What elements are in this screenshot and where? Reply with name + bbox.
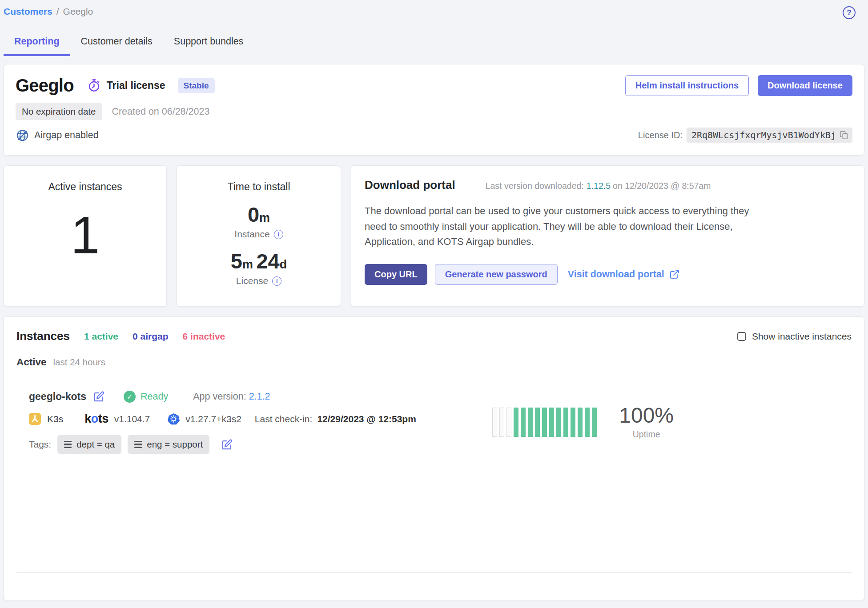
customer-summary-card: Geeglo Trial license Stable Helm install… <box>4 64 864 156</box>
tab-customer-details[interactable]: Customer details <box>70 29 163 56</box>
tag-icon <box>134 441 142 448</box>
edit-tags-icon[interactable] <box>221 439 233 451</box>
uptime-value: 100% <box>619 405 674 426</box>
info-icon[interactable]: i <box>272 276 281 286</box>
download-portal-description: The download portal can be used to give … <box>365 204 756 250</box>
time-to-install-title: Time to install <box>227 181 290 193</box>
uptime-bar <box>592 408 597 437</box>
uptime-stat: 100% Uptime <box>619 405 674 440</box>
customer-reporting-page: Customers / Geeglo ? Reporting Customer … <box>0 0 868 608</box>
instance-status: ✓ Ready <box>124 391 168 403</box>
info-icon[interactable]: i <box>274 230 283 239</box>
last-version-link[interactable]: 1.12.5 <box>587 181 611 191</box>
active-group-sublabel: last 24 hours <box>53 357 105 368</box>
uptime-bar <box>521 408 526 437</box>
uptime-bar <box>542 408 547 437</box>
airgap-enabled-label: Airgap enabled <box>34 130 99 141</box>
visit-download-portal-link[interactable]: Visit download portal <box>568 269 680 280</box>
breadcrumb: Customers / Geeglo <box>4 5 93 17</box>
uptime-bar <box>514 408 518 437</box>
active-instances-value: 1 <box>71 209 100 261</box>
download-license-button[interactable]: Download license <box>758 75 852 96</box>
uptime-label: Uptime <box>619 429 674 440</box>
help-glyph: ? <box>847 8 851 17</box>
active-instances-title: Active instances <box>48 181 122 193</box>
edit-instance-name-icon[interactable] <box>93 391 105 403</box>
active-group-label: Active <box>16 356 47 368</box>
status-text: Ready <box>141 391 168 402</box>
tag-badge[interactable]: dept = qa <box>57 435 121 454</box>
license-install-time: 5m 24d <box>231 251 287 272</box>
generate-new-password-button[interactable]: Generate new password <box>435 264 558 285</box>
active-count[interactable]: 1 active <box>84 331 118 342</box>
last-checkin-value: 12/29/2023 @ 12:53pm <box>317 414 416 424</box>
uptime-group: 100% Uptime <box>492 405 674 440</box>
help-icon[interactable]: ? <box>843 6 856 19</box>
distribution-label: K3s <box>47 414 63 424</box>
customer-name: Geeglo <box>16 76 74 96</box>
app-version: App version:2.1.2 <box>193 391 270 402</box>
kots-version: v1.104.7 <box>114 414 150 424</box>
copy-url-button[interactable]: Copy URL <box>365 264 427 285</box>
license-id-value: 2Rq8WLcsjfxqrMysjvB1WodYkBj <box>687 128 852 143</box>
instance-time-label: Instance <box>234 229 269 240</box>
tab-bar: Reporting Customer details Support bundl… <box>4 29 864 56</box>
stopwatch-icon <box>87 79 101 92</box>
download-portal-title: Download portal <box>365 178 455 192</box>
license-time-label: License <box>236 276 268 286</box>
active-instances-card: Active instances 1 <box>4 165 167 307</box>
helm-install-instructions-button[interactable]: Helm install instructions <box>625 75 749 96</box>
last-version-downloaded: Last version downloaded:1.12.5on 12/20/2… <box>486 181 711 191</box>
instance-install-time: 0m <box>248 204 270 225</box>
instance-row: geeglo-kots ✓ Ready App version:2.1.2 <box>16 379 852 454</box>
breadcrumb-customers-link[interactable]: Customers <box>4 6 52 17</box>
check-circle-icon: ✓ <box>124 391 136 403</box>
airgap-count[interactable]: 0 airgap <box>133 331 169 342</box>
uptime-bar <box>535 408 540 437</box>
globe-slash-icon <box>16 128 29 142</box>
tags-label: Tags: <box>29 439 51 450</box>
kubernetes-icon <box>168 413 180 425</box>
time-to-install-card: Time to install 0m Instance i 5m 24d Lic… <box>177 165 341 307</box>
uptime-bar <box>506 408 511 437</box>
uptime-bar <box>528 408 533 437</box>
external-link-icon <box>669 269 680 280</box>
tag-icon <box>64 441 72 448</box>
instance-name: geeglo-kots <box>29 391 86 403</box>
uptime-bar <box>499 408 504 437</box>
tab-reporting[interactable]: Reporting <box>4 29 70 56</box>
copy-icon[interactable] <box>839 130 849 140</box>
uptime-bar <box>578 408 583 437</box>
channel-badge: Stable <box>178 78 215 93</box>
uptime-bar <box>556 408 561 437</box>
show-inactive-label: Show inactive instances <box>752 331 852 342</box>
license-id-label: License ID: <box>638 130 683 140</box>
expiration-badge: No expiration date <box>16 103 102 120</box>
uptime-bar <box>571 408 575 437</box>
k3s-icon <box>29 413 41 425</box>
created-date: Created on 06/28/2023 <box>112 106 209 117</box>
kots-logo: kots <box>84 412 108 426</box>
show-inactive-instances-toggle[interactable]: Show inactive instances <box>737 331 852 342</box>
uptime-bar <box>563 408 568 437</box>
kubernetes-version: v1.27.7+k3s2 <box>185 414 241 424</box>
license-id-text: 2Rq8WLcsjfxqrMysjvB1WodYkBj <box>691 130 836 140</box>
distribution: K3s <box>29 413 63 425</box>
uptime-bar <box>585 408 590 437</box>
license-type-label: Trial license <box>107 80 165 92</box>
tag-badge[interactable]: eng = support <box>128 435 209 454</box>
download-portal-card: Download portal Last version downloaded:… <box>351 165 864 307</box>
kubernetes-version-group: v1.27.7+k3s2 <box>168 413 241 425</box>
tab-support-bundles[interactable]: Support bundles <box>163 29 254 56</box>
breadcrumb-separator: / <box>56 6 59 17</box>
last-checkin-label: Last check-in: <box>255 414 313 424</box>
top-bar: Customers / Geeglo ? <box>4 0 864 19</box>
uptime-bar <box>549 408 554 437</box>
breadcrumb-current: Geeglo <box>63 6 93 17</box>
app-version-link[interactable]: 2.1.2 <box>249 391 270 402</box>
instances-card: Instances 1 active 0 airgap 6 inactive S… <box>4 316 864 601</box>
show-inactive-checkbox[interactable] <box>737 332 746 341</box>
instances-title: Instances <box>16 329 70 343</box>
uptime-bar <box>492 408 497 437</box>
inactive-count[interactable]: 6 inactive <box>183 331 225 342</box>
